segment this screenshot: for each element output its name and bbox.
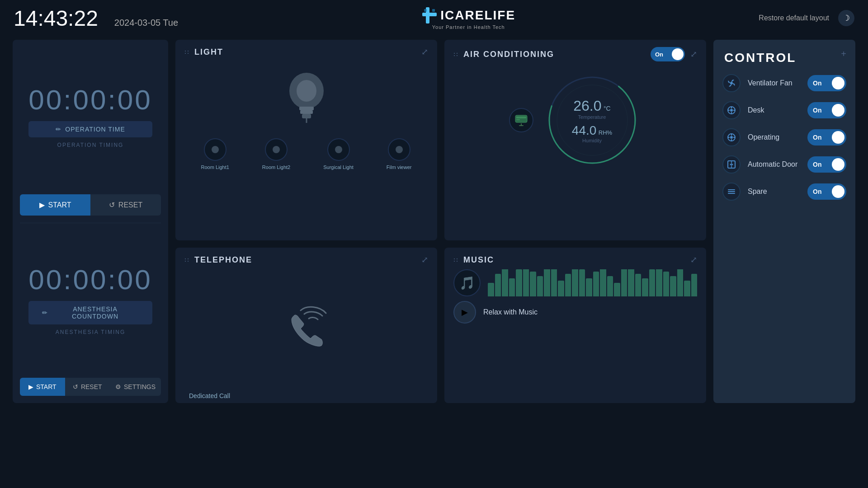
music-play-button[interactable]: ▶ [453,301,476,324]
ventilator-fan-toggle[interactable]: On [807,75,846,91]
music-controls-row: ▶ Relax with Music [453,301,697,324]
anesthesia-countdown-button[interactable]: ✏ ANESTHESIA COUNTDOWN [28,301,152,324]
waveform-bar [593,272,599,296]
moon-icon[interactable]: ☽ [838,10,854,26]
waveform-bar [488,283,494,296]
svg-rect-5 [299,107,314,110]
light-expand-icon[interactable]: ⤢ [421,47,428,57]
control-panel: CONTROL + Ventilator Fan On [713,40,855,403]
desk-toggle[interactable]: On [807,102,846,118]
pencil-icon: ✏ [56,126,61,133]
music-expand-icon[interactable]: ⤢ [690,255,697,265]
music-panel: :: MUSIC ⤢ 🎵 ▶ Relax with Music [444,248,706,403]
svg-rect-14 [519,125,524,126]
surgical-light-indicator [335,146,342,153]
waveform-bar [558,281,564,296]
surgical-light-button[interactable] [327,138,350,161]
svg-rect-2 [424,9,427,12]
waveform-bar [523,269,529,296]
svg-point-18 [730,82,733,84]
tel-content: Dedicated Call Call [175,269,437,403]
waveform-bar [579,269,585,296]
main-grid: 00:00:00 ✏ OPERATION TIME OPERATION TIMI… [0,36,868,488]
film-viewer-indicator [396,146,403,153]
logo: ICARELIFE Your Partner in Health Tech [421,6,515,30]
desk-toggle-thumb [832,104,844,117]
svg-point-26 [730,136,733,139]
anesthesia-settings-button[interactable]: ⚙ SETTINGS [110,378,161,396]
waveform-bar [642,278,648,296]
ac-drag-handle[interactable]: :: [453,51,459,57]
ac-expand-icon[interactable]: ⤢ [690,49,697,59]
room-light1-button[interactable] [204,138,226,161]
clock: 14:43:22 [14,6,98,31]
ac-values: 26.0 °C Temperature 44.0 RH% Humidity [572,98,612,143]
room-light2-label: Room Light2 [262,164,290,170]
bulb-svg [279,66,334,129]
tel-title-text: TELEPHONE [194,255,252,265]
control-row-spare: Spare On [722,183,846,201]
logo-sub: Your Partner in Health Tech [432,24,505,30]
ventilator-fan-toggle-thumb [832,77,844,89]
waveform-bar [509,278,515,296]
control-row-operating: Operating On [722,128,846,146]
spare-toggle[interactable]: On [807,183,846,200]
waveform-bar [600,269,606,296]
waveform-bar [691,274,698,296]
reset-label-sm: RESET [81,383,102,390]
operation-start-button[interactable]: ▶ START [20,194,90,216]
waveform-bar [635,274,642,296]
ac-temp-unit: °C [604,105,611,112]
header-right: Restore default layout ☽ [759,10,854,26]
light-item-surgical: Surgical Light [323,138,354,170]
tel-drag-handle[interactable]: :: [184,257,190,263]
light-panel: :: LIGHT ⤢ Room Light1 [175,40,437,240]
waveform-bar [621,269,627,296]
phone-icon-svg [282,306,331,356]
waveform-bar [537,276,543,296]
waveform-bar [530,272,536,296]
drag-handle[interactable]: :: [184,49,190,55]
light-title-text: LIGHT [194,47,223,57]
music-panel-header: :: MUSIC ⤢ [444,248,706,269]
music-drag-handle[interactable]: :: [453,257,459,263]
operation-timer-block: 00:00:00 ✏ OPERATION TIME OPERATION TIMI… [13,40,168,194]
reset-icon-sm: ↺ [73,383,78,390]
film-viewer-button[interactable] [388,138,410,161]
room-light2-button[interactable] [265,138,288,161]
ac-main-toggle[interactable]: On [651,47,685,61]
anesthesia-timer-block: 00:00:00 ✏ ANESTHESIA COUNTDOWN ANESTHES… [13,223,168,378]
room-light1-indicator [212,146,219,153]
svg-rect-3 [432,9,435,12]
anesthesia-start-button[interactable]: ▶ START [20,378,65,396]
automatic-door-toggle[interactable]: On [807,156,846,173]
control-row-automatic-door: Automatic Door On [722,155,846,174]
operating-toggle[interactable]: On [807,129,846,145]
anesthesia-buttons: ▶ START ↺ RESET ⚙ SETTINGS [13,378,168,403]
ac-humidity-label: Humidity [572,138,612,143]
light-panel-header: :: LIGHT ⤢ [175,40,437,61]
ventilator-fan-label: Ventilator Fan [748,79,800,87]
operation-time-button[interactable]: ✏ OPERATION TIME [28,121,152,137]
svg-rect-10 [515,115,527,122]
restore-layout-button[interactable]: Restore default layout [759,14,829,22]
waveform-bar [677,269,684,296]
control-expand-icon[interactable]: + [841,49,846,59]
tel-expand-icon[interactable]: ⤢ [421,255,428,265]
ac-temperature: 26.0 [573,98,601,114]
ac-humidity: 44.0 [572,123,597,137]
settings-label: SETTINGS [124,383,156,390]
timer-panel: 00:00:00 ✏ OPERATION TIME OPERATION TIMI… [13,40,168,403]
light-item-room1: Room Light1 [201,138,229,170]
waveform-bar [551,269,557,296]
automatic-door-label: Automatic Door [748,160,800,169]
ac-toggle-thumb [672,48,684,60]
ac-icon-svg [514,113,529,128]
start-label-sm: START [36,383,57,390]
operation-reset-button[interactable]: ↺ RESET [90,194,161,216]
syringe-icon: ✏ [42,309,48,316]
spare-icon [722,183,741,201]
header: 14:43:22 2024-03-05 Tue ICARELIFE Your P… [0,0,868,36]
waveform-bar [663,272,670,296]
anesthesia-reset-button[interactable]: ↺ RESET [65,378,110,396]
